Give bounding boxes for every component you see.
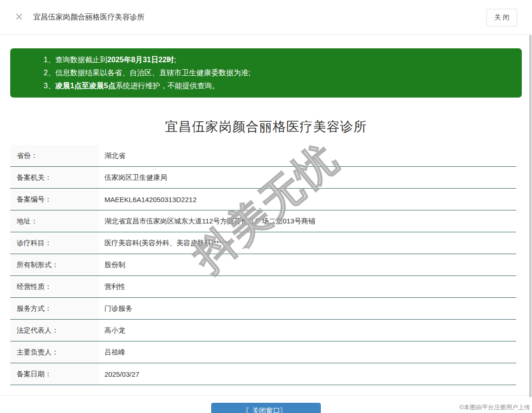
table-row-filing-date: 备案日期： 2025/03/27 (10, 363, 516, 385)
table-row-filing-number: 备案编号： MAEEKL6A142050313D2212 (10, 189, 516, 210)
table-row-ownership-form: 所有制形式： 股份制 (10, 254, 516, 276)
row-value: 2025/03/27 (99, 363, 516, 385)
notice-bold-text: 2025年8月31日22时 (107, 56, 174, 64)
table-row-service-mode: 服务方式： 门诊服务 (10, 298, 516, 320)
notice-text: ; (174, 56, 176, 64)
row-value: 高小龙 (99, 320, 516, 341)
row-label: 所有制形式： (10, 254, 99, 275)
row-value: 门诊服务 (99, 298, 516, 319)
footer: 〖关闭窗口〗 (0, 403, 532, 413)
row-label: 地址： (10, 210, 99, 232)
page-title: 宜昌伍家岗颜合丽格医疗美容诊所 (33, 13, 144, 22)
row-label: 备案日期： (10, 363, 99, 385)
table-row-filing-authority: 备案机关： 伍家岗区卫生健康局 (10, 167, 516, 189)
row-value: 湖北省 (99, 145, 516, 166)
row-label: 备案编号： (10, 189, 99, 210)
row-label: 诊疗科目： (10, 232, 99, 254)
notice-item-3: 3、凌晨1点至凌晨5点系统进行维护，不能提供查询。 (44, 79, 513, 92)
info-table: 省份： 湖北省 备案机关： 伍家岗区卫生健康局 备案编号： MAEEKL6A14… (10, 145, 516, 385)
row-value: 医疗美容科(美容外科、美容皮肤科)****** (99, 232, 516, 254)
notice-text: 2、信息数据结果以各省、自治区、直辖市卫生健康委数据为准; (44, 69, 250, 77)
notice-item-1: 1、查询数据截止到2025年8月31日22时; (44, 53, 513, 66)
notice-text: 系统进行维护，不能提供查询。 (116, 82, 220, 90)
table-row-province: 省份： 湖北省 (10, 145, 516, 167)
row-value: 湖北省宜昌市伍家岗区城东大道112号方圆荟长江广场二层013号商铺 (99, 210, 516, 232)
row-label: 省份： (10, 145, 99, 166)
notice-bold-text: 凌晨1点至凌晨5点 (55, 82, 116, 90)
row-value: 伍家岗区卫生健康局 (99, 167, 516, 188)
row-label: 法定代表人： (10, 320, 99, 341)
close-window-button[interactable]: 〖关闭窗口〗 (211, 403, 321, 413)
header: ✕ 宜昌伍家岗颜合丽格医疗美容诊所 关 闭 (0, 0, 532, 35)
copyright-note: ©本图由平台注册用户上传 (459, 403, 530, 412)
row-value: 吕祖峰 (99, 341, 516, 363)
row-label: 备案机关： (10, 167, 99, 188)
scrollbar[interactable] (529, 35, 532, 397)
table-row-address: 地址： 湖北省宜昌市伍家岗区城东大道112号方圆荟长江广场二层013号商铺 (10, 210, 516, 232)
table-row-operation-nature: 经营性质： 营利性 (10, 276, 516, 298)
row-value: 营利性 (99, 276, 516, 297)
close-button[interactable]: 关 闭 (487, 9, 517, 26)
row-label: 主要负责人： (10, 341, 99, 363)
row-label: 服务方式： (10, 298, 99, 319)
close-icon[interactable]: ✕ (15, 12, 23, 22)
row-value: MAEEKL6A142050313D2212 (99, 189, 516, 210)
table-row-legal-representative: 法定代表人： 高小龙 (10, 320, 516, 341)
table-row-medical-subjects: 诊疗科目： 医疗美容科(美容外科、美容皮肤科)****** (10, 232, 516, 254)
institution-title: 宜昌伍家岗颜合丽格医疗美容诊所 (0, 118, 532, 136)
notice-text: 1、查询数据截止到 (44, 56, 107, 64)
notice-item-2: 2、信息数据结果以各省、自治区、直辖市卫生健康委数据为准; (44, 66, 513, 79)
footer-divider (0, 395, 532, 396)
table-row-principal: 主要负责人： 吕祖峰 (10, 341, 516, 363)
row-label: 经营性质： (10, 276, 99, 297)
notice-text: 3、 (44, 82, 55, 90)
row-value: 股份制 (99, 254, 516, 275)
notice-box: 1、查询数据截止到2025年8月31日22时; 2、信息数据结果以各省、自治区、… (10, 48, 522, 98)
